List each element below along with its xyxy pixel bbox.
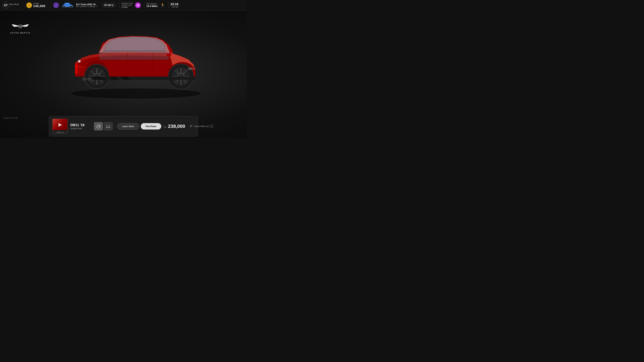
- daily-workout-value: 12.4 Miles: [146, 5, 158, 7]
- coin-icon: $: [26, 2, 32, 8]
- running-icon: 🏃: [160, 3, 165, 7]
- view-exterior-button[interactable]: [94, 122, 103, 130]
- aston-martin-wings: AM: [10, 23, 30, 31]
- time-section: 23:18 27th Jan: [170, 2, 178, 8]
- view-buttons: [94, 122, 113, 130]
- exterior-view-icon: [96, 124, 101, 129]
- purchase-button[interactable]: Purchase: [141, 123, 161, 129]
- menu-book-label: Menu Book: [10, 3, 23, 5]
- car-thumbnail: [61, 2, 74, 9]
- topbar: GT Menu Book -- $ Credits 140,000 ♪: [0, 0, 247, 10]
- divider-1: [51, 2, 51, 9]
- action-buttons: Learn More Purchase: [117, 123, 161, 129]
- svg-text:AM: AM: [19, 26, 22, 27]
- menu-book-value: --: [10, 5, 23, 7]
- car-model-name: DB11 '16: [70, 123, 91, 127]
- divider-2: [119, 2, 120, 9]
- car-visualization: DB11: [55, 12, 207, 100]
- svg-point-40: [99, 125, 100, 126]
- svg-text:DB11: DB11: [188, 67, 195, 70]
- wishlist-flag-icon: 🏴: [190, 125, 193, 128]
- current-car-name: 911 Turbo (930) '81: [76, 3, 97, 5]
- collector-label: Collector Level: [122, 2, 133, 4]
- time-display: 23:18: [170, 2, 178, 6]
- car-view-icon: [106, 124, 111, 129]
- view-car-button[interactable]: [104, 122, 113, 130]
- wishlist-section[interactable]: 🏴 Add to Wish List: [190, 125, 213, 128]
- wishlist-checkbox[interactable]: [210, 125, 213, 128]
- price-cr-label: Cr.: [164, 126, 167, 128]
- color-swatch: ▶: [52, 119, 68, 130]
- svg-text:GT: GT: [4, 4, 8, 7]
- car-color-name: Volcano Red: [70, 127, 91, 130]
- learn-more-button[interactable]: Learn More: [117, 123, 139, 129]
- svg-text:♪: ♪: [56, 4, 57, 6]
- menu-book-section: Menu Book --: [10, 3, 23, 7]
- car-svg: DB11: [55, 12, 207, 100]
- svg-point-9: [63, 6, 64, 7]
- gt-logo: GT: [2, 1, 10, 9]
- ps5-watermark: Captured on PS5: [4, 117, 18, 119]
- svg-point-37: [88, 78, 92, 80]
- collector-section: Collector Level To Next Level 174 pts: [122, 2, 133, 8]
- collector-sublabel: To Next Level: [122, 4, 132, 6]
- music-icon[interactable]: ♪: [53, 2, 59, 8]
- current-car-section: 911 Turbo (930) '81 RR / 318 BHP / 1,300…: [61, 2, 97, 9]
- color-preview[interactable]: ▶ Colour: 35: [52, 119, 68, 134]
- daily-workout-label: Daily Workout: [146, 3, 158, 5]
- price-section: Cr. 238,000: [164, 124, 185, 129]
- brand-logo: AM ASTON MARTIN: [10, 23, 30, 34]
- bottom-panel: ▶ Colour: 35 DB11 '16 Volcano Red: [49, 116, 198, 136]
- wishlist-label: Add to Wish List: [194, 125, 209, 127]
- credits-section: $ Credits 140,000: [26, 2, 46, 8]
- svg-point-36: [82, 78, 86, 80]
- svg-text:$: $: [28, 4, 30, 6]
- current-car-specs: RR / 318 BHP / 1,300 kg / T: [76, 5, 97, 7]
- pp-badge: PP 497.2: [102, 3, 116, 7]
- date-display: 27th Jan: [172, 6, 178, 8]
- daily-workout-section: Daily Workout 12.4 Miles: [146, 3, 158, 7]
- brand-name-text: ASTON MARTIN: [10, 32, 30, 34]
- price-value: 238,000: [168, 124, 185, 129]
- level-badge: 14: [135, 2, 141, 8]
- collector-pts: 174 pts: [122, 6, 128, 8]
- credits-value: 140,000: [33, 4, 46, 8]
- color-label: Colour: 35: [52, 131, 68, 134]
- divider-4: [168, 2, 168, 9]
- svg-point-11: [70, 6, 72, 7]
- credits-label: Credits: [33, 2, 46, 4]
- svg-point-35: [78, 60, 81, 63]
- car-details: DB11 '16 Volcano Red: [70, 123, 91, 130]
- svg-point-14: [72, 88, 200, 98]
